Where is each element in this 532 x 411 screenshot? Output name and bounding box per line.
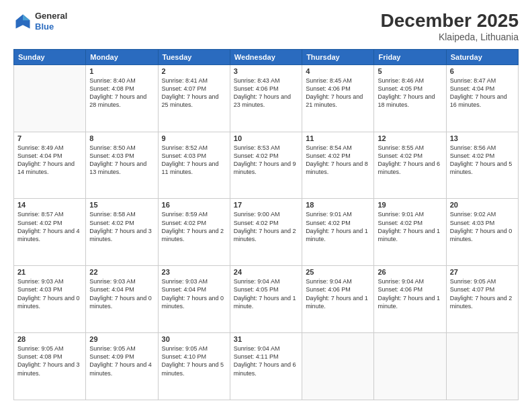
day-info: Sunrise: 9:00 AMSunset: 4:02 PMDaylight:… bbox=[234, 210, 298, 243]
logo-blue-text: Blue bbox=[35, 21, 67, 32]
day-number: 21 bbox=[17, 268, 82, 276]
title-block: December 2025 Klaipeda, Lithuania bbox=[381, 11, 519, 42]
calendar-day-cell: 22Sunrise: 9:03 AMSunset: 4:04 PMDayligh… bbox=[86, 266, 158, 333]
day-number: 8 bbox=[89, 134, 154, 142]
day-info: Sunrise: 9:04 AMSunset: 4:05 PMDaylight:… bbox=[234, 277, 298, 310]
page: General Blue December 2025 Klaipeda, Lit… bbox=[0, 0, 532, 411]
day-number: 2 bbox=[162, 67, 226, 75]
calendar-day-cell: 20Sunrise: 9:02 AMSunset: 4:03 PMDayligh… bbox=[446, 199, 518, 266]
calendar-day-header: Tuesday bbox=[158, 49, 230, 64]
calendar-day-cell: 5Sunrise: 8:46 AMSunset: 4:05 PMDaylight… bbox=[374, 64, 446, 132]
day-info: Sunrise: 8:46 AMSunset: 4:05 PMDaylight:… bbox=[378, 77, 442, 109]
calendar-day-cell: 6Sunrise: 8:47 AMSunset: 4:04 PMDaylight… bbox=[446, 64, 518, 132]
day-number: 28 bbox=[17, 335, 82, 343]
calendar-day-cell bbox=[374, 333, 446, 400]
calendar-week-row: 28Sunrise: 9:05 AMSunset: 4:08 PMDayligh… bbox=[14, 333, 519, 400]
day-info: Sunrise: 9:04 AMSunset: 4:06 PMDaylight:… bbox=[306, 277, 370, 310]
calendar-day-cell: 17Sunrise: 9:00 AMSunset: 4:02 PMDayligh… bbox=[230, 199, 302, 266]
calendar-day-cell: 8Sunrise: 8:50 AMSunset: 4:03 PMDaylight… bbox=[86, 132, 158, 199]
day-info: Sunrise: 9:03 AMSunset: 4:04 PMDaylight:… bbox=[89, 277, 154, 310]
day-number: 27 bbox=[450, 268, 515, 276]
calendar-day-cell: 15Sunrise: 8:58 AMSunset: 4:02 PMDayligh… bbox=[86, 199, 158, 266]
calendar-day-header: Sunday bbox=[14, 49, 86, 64]
day-number: 26 bbox=[378, 268, 442, 276]
calendar-day-header: Thursday bbox=[302, 49, 374, 64]
calendar-day-cell bbox=[14, 64, 86, 132]
day-info: Sunrise: 8:53 AMSunset: 4:02 PMDaylight:… bbox=[234, 144, 298, 177]
logo: General Blue bbox=[13, 11, 67, 32]
calendar-week-row: 7Sunrise: 8:49 AMSunset: 4:04 PMDaylight… bbox=[14, 132, 519, 199]
day-number: 10 bbox=[234, 134, 298, 142]
day-info: Sunrise: 8:49 AMSunset: 4:04 PMDaylight:… bbox=[17, 144, 82, 177]
day-number: 23 bbox=[162, 268, 226, 276]
calendar-day-cell: 27Sunrise: 9:05 AMSunset: 4:07 PMDayligh… bbox=[446, 266, 518, 333]
calendar-day-cell: 11Sunrise: 8:54 AMSunset: 4:02 PMDayligh… bbox=[302, 132, 374, 199]
calendar-day-cell: 31Sunrise: 9:04 AMSunset: 4:11 PMDayligh… bbox=[230, 333, 302, 400]
day-number: 16 bbox=[162, 201, 226, 209]
day-info: Sunrise: 9:04 AMSunset: 4:06 PMDaylight:… bbox=[378, 277, 442, 310]
calendar-day-cell: 25Sunrise: 9:04 AMSunset: 4:06 PMDayligh… bbox=[302, 266, 374, 333]
day-info: Sunrise: 9:01 AMSunset: 4:02 PMDaylight:… bbox=[378, 210, 442, 243]
day-info: Sunrise: 9:05 AMSunset: 4:08 PMDaylight:… bbox=[17, 345, 82, 377]
day-number: 20 bbox=[450, 201, 515, 209]
calendar-day-cell: 2Sunrise: 8:41 AMSunset: 4:07 PMDaylight… bbox=[158, 64, 230, 132]
day-info: Sunrise: 9:01 AMSunset: 4:02 PMDaylight:… bbox=[306, 210, 370, 243]
day-info: Sunrise: 8:58 AMSunset: 4:02 PMDaylight:… bbox=[89, 210, 154, 243]
logo-general-text: General bbox=[35, 11, 67, 21]
calendar-day-cell: 30Sunrise: 9:05 AMSunset: 4:10 PMDayligh… bbox=[158, 333, 230, 400]
svg-marker-1 bbox=[23, 14, 30, 20]
day-info: Sunrise: 8:59 AMSunset: 4:02 PMDaylight:… bbox=[162, 210, 226, 243]
calendar-table: SundayMondayTuesdayWednesdayThursdayFrid… bbox=[13, 49, 519, 400]
day-number: 3 bbox=[234, 67, 298, 75]
day-number: 7 bbox=[17, 134, 82, 142]
day-info: Sunrise: 8:56 AMSunset: 4:02 PMDaylight:… bbox=[450, 144, 515, 177]
day-number: 6 bbox=[450, 67, 515, 75]
calendar-day-cell: 24Sunrise: 9:04 AMSunset: 4:05 PMDayligh… bbox=[230, 266, 302, 333]
day-number: 29 bbox=[89, 335, 154, 343]
calendar-day-cell: 3Sunrise: 8:43 AMSunset: 4:06 PMDaylight… bbox=[230, 64, 302, 132]
day-info: Sunrise: 9:05 AMSunset: 4:09 PMDaylight:… bbox=[89, 345, 154, 377]
day-number: 14 bbox=[17, 201, 82, 209]
logo-text: General Blue bbox=[35, 11, 67, 32]
day-info: Sunrise: 9:05 AMSunset: 4:07 PMDaylight:… bbox=[450, 277, 515, 310]
calendar-day-cell: 28Sunrise: 9:05 AMSunset: 4:08 PMDayligh… bbox=[14, 333, 86, 400]
calendar-header-row: SundayMondayTuesdayWednesdayThursdayFrid… bbox=[14, 49, 519, 64]
page-subtitle: Klaipeda, Lithuania bbox=[381, 32, 519, 42]
day-number: 9 bbox=[162, 134, 226, 142]
calendar-week-row: 14Sunrise: 8:57 AMSunset: 4:02 PMDayligh… bbox=[14, 199, 519, 266]
calendar-day-cell: 23Sunrise: 9:03 AMSunset: 4:04 PMDayligh… bbox=[158, 266, 230, 333]
day-info: Sunrise: 8:57 AMSunset: 4:02 PMDaylight:… bbox=[17, 210, 82, 243]
day-number: 31 bbox=[234, 335, 298, 343]
day-number: 4 bbox=[306, 67, 370, 75]
day-info: Sunrise: 8:52 AMSunset: 4:03 PMDaylight:… bbox=[162, 144, 226, 177]
day-info: Sunrise: 8:54 AMSunset: 4:02 PMDaylight:… bbox=[306, 144, 370, 177]
page-title: December 2025 bbox=[381, 11, 519, 32]
day-info: Sunrise: 8:41 AMSunset: 4:07 PMDaylight:… bbox=[162, 77, 226, 109]
calendar-day-cell: 7Sunrise: 8:49 AMSunset: 4:04 PMDaylight… bbox=[14, 132, 86, 199]
day-info: Sunrise: 8:40 AMSunset: 4:08 PMDaylight:… bbox=[89, 77, 154, 109]
day-number: 15 bbox=[89, 201, 154, 209]
day-number: 24 bbox=[234, 268, 298, 276]
day-number: 30 bbox=[162, 335, 226, 343]
calendar-day-cell: 4Sunrise: 8:45 AMSunset: 4:06 PMDaylight… bbox=[302, 64, 374, 132]
day-info: Sunrise: 9:02 AMSunset: 4:03 PMDaylight:… bbox=[450, 210, 515, 243]
calendar-day-cell: 29Sunrise: 9:05 AMSunset: 4:09 PMDayligh… bbox=[86, 333, 158, 400]
calendar-day-cell bbox=[446, 333, 518, 400]
calendar-day-cell: 26Sunrise: 9:04 AMSunset: 4:06 PMDayligh… bbox=[374, 266, 446, 333]
day-info: Sunrise: 8:55 AMSunset: 4:02 PMDaylight:… bbox=[378, 144, 442, 177]
day-info: Sunrise: 9:05 AMSunset: 4:10 PMDaylight:… bbox=[162, 345, 226, 377]
calendar-day-header: Saturday bbox=[446, 49, 518, 64]
calendar-day-cell: 21Sunrise: 9:03 AMSunset: 4:03 PMDayligh… bbox=[14, 266, 86, 333]
calendar-day-cell: 13Sunrise: 8:56 AMSunset: 4:02 PMDayligh… bbox=[446, 132, 518, 199]
day-info: Sunrise: 8:45 AMSunset: 4:06 PMDaylight:… bbox=[306, 77, 370, 109]
calendar-day-header: Friday bbox=[374, 49, 446, 64]
day-number: 11 bbox=[306, 134, 370, 142]
calendar-day-cell: 14Sunrise: 8:57 AMSunset: 4:02 PMDayligh… bbox=[14, 199, 86, 266]
day-number: 13 bbox=[450, 134, 515, 142]
calendar-day-cell bbox=[302, 333, 374, 400]
calendar-day-header: Monday bbox=[86, 49, 158, 64]
calendar-week-row: 21Sunrise: 9:03 AMSunset: 4:03 PMDayligh… bbox=[14, 266, 519, 333]
day-info: Sunrise: 8:50 AMSunset: 4:03 PMDaylight:… bbox=[89, 144, 154, 177]
calendar-day-cell: 18Sunrise: 9:01 AMSunset: 4:02 PMDayligh… bbox=[302, 199, 374, 266]
day-number: 22 bbox=[89, 268, 154, 276]
